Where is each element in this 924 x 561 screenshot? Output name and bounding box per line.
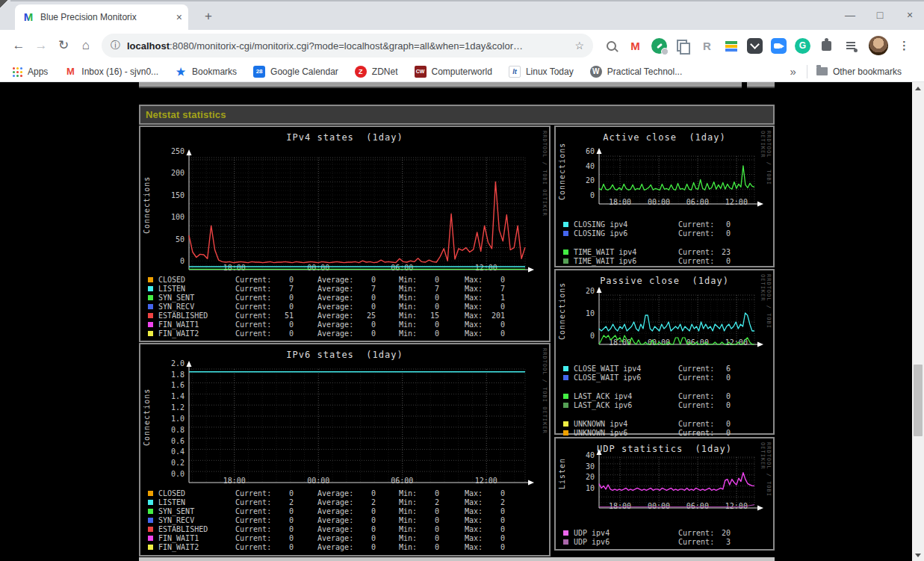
legend-stat-value: 0 <box>483 489 505 498</box>
legend-stat-value: 0 <box>714 220 731 229</box>
other-bookmarks-button[interactable]: Other bookmarks <box>816 66 902 77</box>
avatar[interactable] <box>869 36 888 55</box>
bookmark-item[interactable]: WPractical Technol... <box>590 66 683 78</box>
bookmark-item[interactable]: ZZDNet <box>355 66 398 78</box>
scrollbar-thumb[interactable] <box>914 365 923 436</box>
legend-stat-value: 0 <box>271 276 294 284</box>
grammarly-icon[interactable]: G <box>795 38 810 54</box>
reload-icon[interactable]: ↻ <box>52 34 75 57</box>
voice-icon[interactable] <box>651 38 667 54</box>
legend-stat-label: Current: <box>235 543 271 551</box>
pocket-icon[interactable] <box>747 38 763 54</box>
y-tick-label: 0 <box>556 191 595 199</box>
search-icon[interactable] <box>604 38 619 54</box>
legend-swatch <box>148 491 153 496</box>
new-tab-button[interactable]: + <box>199 7 218 26</box>
legend-stat-value: 2 <box>271 498 294 506</box>
bookmark-item[interactable]: CWComputerworld <box>415 66 492 78</box>
legend-row: FIN_WAIT1Current:0Average:0Min:0Max:0 <box>140 533 549 542</box>
maximize-button[interactable]: □ <box>873 9 887 21</box>
legend-stat-value: 0 <box>714 401 731 409</box>
legend-stat-label: Min: <box>399 285 417 293</box>
playlist-icon[interactable] <box>843 38 858 54</box>
legend-series-label: CLOSING ipv4 <box>574 220 678 229</box>
legend-row: CLOSING ipv6Current:0 <box>556 229 773 238</box>
legend-stat-label: Average: <box>317 507 353 515</box>
zoom-icon[interactable] <box>771 38 787 54</box>
legend-stat-value: 0 <box>353 294 376 302</box>
browser-tab[interactable]: M Blue Precision Monitorix × <box>15 4 188 30</box>
legend-stat-label: Min: <box>399 489 417 498</box>
bookmark-item[interactable]: Apps <box>10 66 48 78</box>
y-tick-label: 2.0 <box>140 359 185 368</box>
legend-stat-value: 0 <box>353 516 376 524</box>
legend-stat-value: 0 <box>353 534 376 542</box>
chart-canvas <box>189 351 537 477</box>
legend-stat-value: 0 <box>271 543 294 551</box>
legend-stat-label: Average: <box>317 276 353 284</box>
menu-icon[interactable]: ⋮ <box>896 38 912 54</box>
minimize-button[interactable]: — <box>843 9 857 21</box>
close-button[interactable]: × <box>903 9 917 21</box>
bookmark-item[interactable]: 28Google Calendar <box>253 66 338 78</box>
r-icon[interactable]: R <box>699 38 715 54</box>
legend-series-label: LISTEN <box>158 285 235 293</box>
active-close-graph[interactable]: Active close (1day)RRDTOOL / TOBI OETIKE… <box>554 125 775 267</box>
legend-series-label: TIME_WAIT ipv4 <box>574 248 678 256</box>
udp-statistics-graph[interactable]: UDP statistics (1day)RRDTOOL / TOBI OETI… <box>554 437 775 551</box>
legend-stat-value: 0 <box>417 329 439 338</box>
url-text[interactable]: localhost:8080/monitorix-cgi/monitorix.c… <box>127 40 568 52</box>
legend-stat-value: 0 <box>271 525 294 533</box>
legend-stat-label: Max: <box>465 543 483 551</box>
scroll-down-icon[interactable] <box>912 549 924 561</box>
bookmark-star-icon[interactable]: ☆ <box>574 40 584 52</box>
legend-stat-value: 3 <box>714 538 731 546</box>
gmail-icon[interactable]: M <box>627 38 643 54</box>
address-bar[interactable]: ⓘ localhost:8080/monitorix-cgi/monitorix… <box>102 34 593 58</box>
ipv4-states-graph[interactable]: IPv4 states (1day)RRDTOOL / TOBI OETIKER… <box>139 125 551 342</box>
legend-stat-value: 6 <box>714 365 731 373</box>
legend-swatch <box>563 375 568 380</box>
legend-gap <box>556 409 773 419</box>
legend-series-label: ESTABLISHED <box>158 312 235 320</box>
tab-close-icon[interactable]: × <box>176 11 182 23</box>
legend-stat-value: 0 <box>271 507 294 515</box>
books-icon[interactable] <box>723 38 739 54</box>
bookmark-item[interactable]: ★Bookmarks <box>175 66 237 78</box>
legend-swatch <box>148 286 153 291</box>
forward-icon[interactable]: → <box>30 34 52 57</box>
legend-stat-label: Min: <box>399 498 417 506</box>
legend-series-label: FIN_WAIT2 <box>158 329 235 338</box>
x-tick-label: 06:00 <box>384 264 420 272</box>
ipv6-states-graph[interactable]: IPv6 states (1day)RRDTOOL / TOBI OETIKER… <box>139 343 551 557</box>
page-info-icon[interactable]: ⓘ <box>111 39 120 52</box>
home-icon[interactable]: ⌂ <box>75 34 97 57</box>
bookmarks-overflow-chevron[interactable]: » <box>790 65 796 78</box>
scroll-up-icon[interactable] <box>912 82 924 94</box>
computerworld-icon: CW <box>415 66 427 78</box>
bookmark-item[interactable]: ltLinux Today <box>509 66 574 78</box>
legend-stat-label: Current: <box>235 276 271 284</box>
y-tick-label: 1.8 <box>140 371 185 379</box>
copy-icon[interactable] <box>675 38 691 54</box>
legend-stat-label: Max: <box>465 516 483 524</box>
rrdtool-watermark: RRDTOOL / TOBI OETIKER <box>542 131 548 265</box>
legend-row: UNKNOWN ipv4Current:0 <box>556 419 773 428</box>
legend-stat-value: 0 <box>483 507 505 515</box>
page-scrollbar[interactable] <box>912 82 924 561</box>
extensions-puzzle-icon[interactable] <box>819 38 834 54</box>
legend-row: CLOSING ipv4Current:0 <box>556 220 773 229</box>
passive-close-graph[interactable]: Passive close (1day)RRDTOOL / TOBI OETIK… <box>554 269 775 435</box>
legend-stat-label: Current: <box>678 365 714 373</box>
bookmark-item[interactable]: MInbox (16) - sjvn0... <box>64 66 158 78</box>
chart-canvas <box>599 439 766 502</box>
back-icon[interactable]: ← <box>7 34 30 57</box>
legend-stat-label: Average: <box>317 312 353 320</box>
legend-stat-label: Current: <box>678 229 714 238</box>
legend-swatch <box>563 539 568 545</box>
legend-stat-value: 0 <box>483 525 505 533</box>
legend-series-label: FIN_WAIT1 <box>158 534 235 542</box>
legend-swatch <box>148 277 153 282</box>
legend-stat-label: Max: <box>465 534 483 542</box>
legend-series-label: SYN_SENT <box>158 507 235 515</box>
